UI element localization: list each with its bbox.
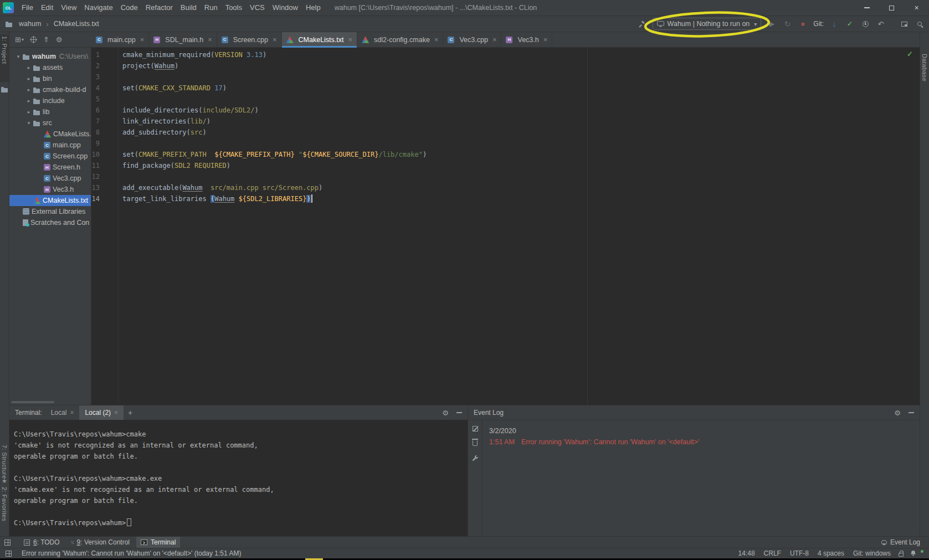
code-line[interactable] — [122, 94, 920, 105]
lock-icon[interactable] — [899, 553, 904, 557]
status-14-48[interactable]: 14:48 — [738, 549, 755, 557]
locate-target-icon[interactable] — [30, 37, 37, 43]
menu-build[interactable]: Build — [177, 0, 201, 16]
rerun-icon[interactable]: ↻ — [782, 19, 792, 29]
tree-item[interactable]: Cmain.cpp — [9, 140, 91, 151]
tree-item[interactable]: ▾wahumC:\Users\ — [9, 51, 91, 62]
status-crlf[interactable]: CRLF — [764, 549, 781, 557]
close-tab-icon[interactable]: × — [114, 409, 118, 417]
notification-bell-icon[interactable] — [910, 550, 916, 557]
code-line[interactable] — [122, 71, 920, 83]
close-tab-icon[interactable]: × — [208, 35, 212, 44]
code-line[interactable]: cmake_minimum_required(VERSION 3.13) — [122, 49, 920, 60]
tree-scrollbar[interactable] — [11, 401, 54, 403]
tree-item[interactable]: HScreen.h — [9, 162, 91, 173]
gear-icon[interactable]: ⚙ — [442, 409, 449, 417]
close-tab-icon[interactable]: × — [273, 35, 277, 44]
gear-icon[interactable]: ⚙ — [56, 35, 63, 44]
breadcrumb-item[interactable]: wahum — [18, 19, 42, 28]
toolwindow-button-todo[interactable]: 6: TODO — [19, 537, 64, 548]
maximize-button[interactable] — [879, 0, 904, 16]
hide-panel-icon[interactable] — [909, 412, 914, 413]
editor[interactable]: 1234567891011121314 cmake_minimum_requir… — [91, 48, 920, 405]
code-line[interactable]: add_subdirectory(src) — [122, 127, 920, 138]
terminal-tab[interactable]: Local (2)× — [79, 405, 124, 420]
close-tab-icon[interactable]: × — [543, 35, 548, 44]
tree-item[interactable]: ▸cmake-build-d — [9, 84, 91, 95]
code-area[interactable]: cmake_minimum_required(VERSION 3.13)proj… — [119, 48, 920, 405]
code-line[interactable]: set(CMAKE_CXX_STANDARD 17) — [122, 83, 920, 94]
menu-window[interactable]: Window — [269, 0, 302, 16]
close-button[interactable]: × — [904, 0, 929, 16]
layout-icon[interactable] — [899, 19, 909, 29]
code-line[interactable]: link_directories(lib/) — [122, 116, 920, 127]
toolwindow-stripe-database[interactable]: Database — [920, 52, 929, 91]
menu-file[interactable]: File — [18, 0, 37, 16]
event-log-content[interactable]: 3/2/2020 1:51 AM Error running 'Wahum': … — [483, 420, 920, 536]
run-button[interactable]: ▶ — [767, 19, 777, 29]
stop-button[interactable]: ■ — [798, 19, 808, 29]
toolwindow-quick-access-icon[interactable] — [6, 551, 12, 557]
close-tab-icon[interactable]: × — [70, 409, 74, 417]
menu-code[interactable]: Code — [117, 0, 142, 16]
close-tab-icon[interactable]: × — [348, 35, 353, 44]
tree-item[interactable]: ▸bin — [9, 73, 91, 84]
history-clock-icon[interactable] — [860, 19, 870, 29]
code-line[interactable] — [122, 138, 920, 149]
menu-edit[interactable]: Edit — [37, 0, 57, 16]
gear-icon[interactable]: ⚙ — [894, 409, 901, 417]
toolwindow-button-terminal[interactable]: Terminal — [136, 537, 180, 548]
inspections-ok-icon[interactable]: ✓ — [907, 50, 913, 58]
terminal-output[interactable]: C:\Users\Travis\repos\wahum>cmake'cmake'… — [9, 420, 468, 536]
event-log-settings-icon[interactable] — [473, 426, 478, 431]
toolwindow-stripe-favorites[interactable]: ★ 2: Favorites — [0, 476, 9, 527]
close-tab-icon[interactable]: × — [434, 35, 439, 44]
status-message[interactable]: Error running 'Wahum': Cannot run 'Wahum… — [22, 549, 731, 557]
editor-tab[interactable]: CVec3.cpp× — [443, 32, 501, 47]
code-line[interactable] — [122, 171, 920, 182]
tree-item[interactable]: ▾src — [9, 117, 91, 129]
hide-panel-icon[interactable] — [456, 412, 462, 413]
toolwindow-stripe-project[interactable]: 1: Project — [0, 34, 9, 82]
run-configuration-select[interactable]: Wahum | Nothing to run on ▾ — [653, 18, 762, 30]
git-update-icon[interactable]: ↓ — [829, 19, 839, 29]
git-commit-icon[interactable]: ✓ — [845, 19, 855, 29]
toolwindow-button-event-log[interactable]: Event Log — [877, 537, 925, 548]
tree-item[interactable]: Scratches and Con — [9, 217, 91, 228]
editor-tab[interactable]: CScreen.cpp× — [217, 32, 282, 47]
terminal-tab[interactable]: Local× — [45, 405, 80, 420]
editor-tab[interactable]: Cmain.cpp× — [91, 32, 149, 47]
close-tab-icon[interactable]: × — [140, 35, 145, 44]
tree-item[interactable]: ▸lib — [9, 106, 91, 117]
code-line[interactable]: project(Wahum) — [122, 60, 920, 71]
breadcrumb-item[interactable]: CMakeLists.txt — [53, 19, 100, 28]
toolwindow-switcher-icon[interactable] — [4, 540, 11, 546]
status-4-spaces[interactable]: 4 spaces — [818, 549, 844, 557]
tree-item[interactable]: ▸assets — [9, 62, 91, 73]
tree-item[interactable]: HVec3.h — [9, 184, 91, 195]
menu-run[interactable]: Run — [201, 0, 222, 16]
editor-tab[interactable]: sdl2-config.cmake× — [357, 32, 443, 47]
tree-item[interactable]: CVec3.cpp — [9, 173, 91, 184]
toolwindow-button-version-control[interactable]: ↑↓9: Version Control — [66, 537, 134, 548]
status-utf-8[interactable]: UTF-8 — [790, 549, 809, 557]
wrench-icon[interactable] — [472, 455, 479, 461]
new-terminal-session-button[interactable]: + — [128, 408, 132, 417]
menu-view[interactable]: View — [57, 0, 80, 16]
tree-item[interactable]: CScreen.cpp — [9, 151, 91, 162]
editor-tab[interactable]: CMakeLists.txt× — [282, 32, 358, 47]
git-revert-icon[interactable]: ↶ — [876, 19, 886, 29]
menu-vcs[interactable]: VCS — [246, 0, 269, 16]
menu-help[interactable]: Help — [302, 0, 325, 16]
collapse-all-icon[interactable]: ⇑ — [43, 35, 49, 44]
menu-navigate[interactable]: Navigate — [80, 0, 116, 16]
tree-item[interactable]: ▸include — [9, 95, 91, 106]
close-tab-icon[interactable]: × — [492, 35, 497, 44]
minimize-button[interactable] — [854, 0, 879, 16]
code-line[interactable]: target_link_libraries (Wahum ${SDL2_LIBR… — [122, 193, 920, 204]
view-mode-icon[interactable]: ⊞▾ — [15, 35, 24, 44]
code-line[interactable]: add_executable(Wahum src/main.cpp src/Sc… — [122, 182, 920, 193]
tree-item[interactable]: CMakeLists. — [9, 129, 91, 140]
menu-refactor[interactable]: Refactor — [142, 0, 177, 16]
code-line[interactable]: set(CMAKE_PREFIX_PATH ${CMAKE_PREFIX_PAT… — [122, 149, 920, 160]
